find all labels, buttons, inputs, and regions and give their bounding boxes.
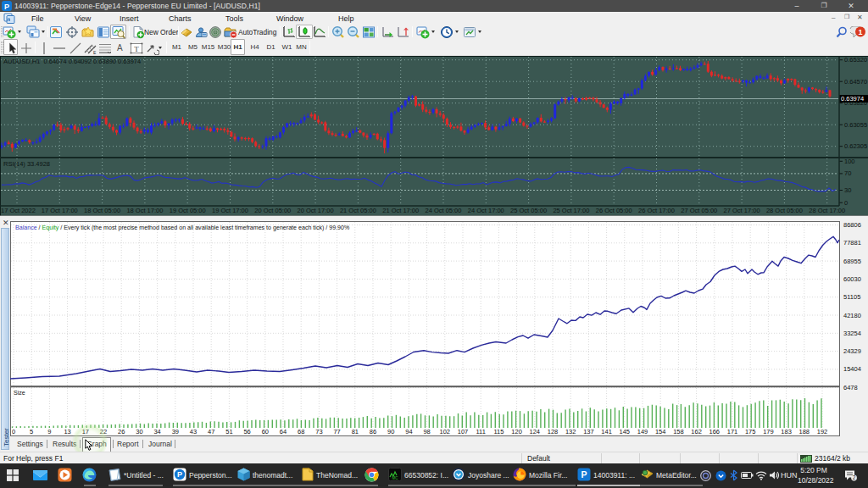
svg-text:1: 1 bbox=[858, 28, 862, 36]
svg-text:20 Oct 17:00: 20 Oct 17:00 bbox=[298, 207, 334, 214]
svg-text:2: 2 bbox=[853, 474, 856, 480]
svg-text:86806: 86806 bbox=[843, 221, 861, 229]
svg-text:E: E bbox=[93, 50, 97, 55]
svg-text:P: P bbox=[177, 470, 182, 479]
svg-text:MC: MC bbox=[392, 476, 399, 480]
svg-text:100: 100 bbox=[844, 158, 855, 165]
svg-text:68955: 68955 bbox=[843, 258, 861, 265]
svg-text:Tester: Tester bbox=[3, 428, 10, 446]
svg-text:70: 70 bbox=[844, 169, 851, 177]
svg-text:42180: 42180 bbox=[843, 312, 861, 319]
svg-text:AUDUSD,H1 0.64074 0.64092 0.6: AUDUSD,H1 0.64074 0.64092 0.63890 0.6397… bbox=[3, 58, 141, 65]
svg-text:27 Oct 05:00: 27 Oct 05:00 bbox=[681, 207, 717, 214]
svg-text:24 Oct 05:00: 24 Oct 05:00 bbox=[426, 207, 462, 214]
svg-text:77881: 77881 bbox=[843, 239, 861, 247]
svg-text:33254: 33254 bbox=[843, 330, 861, 337]
svg-text:24329: 24329 bbox=[843, 347, 861, 355]
svg-text:0.63974: 0.63974 bbox=[841, 95, 864, 103]
svg-text:RSI(14) 33.4928: RSI(14) 33.4928 bbox=[3, 160, 50, 168]
svg-text:0.65320: 0.65320 bbox=[844, 56, 867, 64]
svg-text:17 Oct 2022: 17 Oct 2022 bbox=[1, 207, 36, 214]
svg-text:51105: 51105 bbox=[843, 293, 860, 301]
svg-text:17 Oct 17:00: 17 Oct 17:00 bbox=[42, 207, 78, 214]
svg-text:0.64570: 0.64570 bbox=[844, 78, 867, 86]
svg-text:0: 0 bbox=[844, 199, 848, 207]
svg-text:26 Oct 05:00: 26 Oct 05:00 bbox=[596, 207, 632, 214]
svg-text:19 Oct 05:00: 19 Oct 05:00 bbox=[170, 207, 206, 214]
svg-text:T: T bbox=[134, 45, 139, 53]
svg-text:21 Oct 05:00: 21 Oct 05:00 bbox=[340, 207, 376, 214]
svg-text:30: 30 bbox=[844, 186, 851, 194]
svg-text:60030: 60030 bbox=[843, 275, 861, 283]
svg-text:6478: 6478 bbox=[843, 384, 858, 391]
svg-text:21 Oct 17:00: 21 Oct 17:00 bbox=[382, 207, 419, 214]
svg-text:0.63055: 0.63055 bbox=[844, 121, 867, 129]
svg-text:18 Oct 17:00: 18 Oct 17:00 bbox=[126, 207, 163, 214]
svg-text:28 Oct 05:00: 28 Oct 05:00 bbox=[766, 207, 803, 214]
svg-text:19 Oct 17:00: 19 Oct 17:00 bbox=[212, 207, 248, 214]
svg-text:15404: 15404 bbox=[843, 365, 861, 373]
svg-text:18 Oct 05:00: 18 Oct 05:00 bbox=[84, 207, 120, 214]
svg-text:P: P bbox=[4, 3, 9, 11]
svg-text:24 Oct 17:00: 24 Oct 17:00 bbox=[468, 207, 504, 214]
svg-text:0.62305: 0.62305 bbox=[844, 142, 867, 150]
svg-text:25 Oct 17:00: 25 Oct 17:00 bbox=[553, 207, 589, 214]
svg-text:28 Oct 17:00: 28 Oct 17:00 bbox=[809, 207, 845, 214]
svg-text:26 Oct 17:00: 26 Oct 17:00 bbox=[638, 207, 675, 214]
svg-text:25 Oct 05:00: 25 Oct 05:00 bbox=[510, 207, 547, 214]
svg-text:P: P bbox=[581, 469, 587, 480]
svg-text:27 Oct 17:00: 27 Oct 17:00 bbox=[724, 207, 760, 214]
svg-text:20 Oct 05:00: 20 Oct 05:00 bbox=[254, 207, 291, 214]
